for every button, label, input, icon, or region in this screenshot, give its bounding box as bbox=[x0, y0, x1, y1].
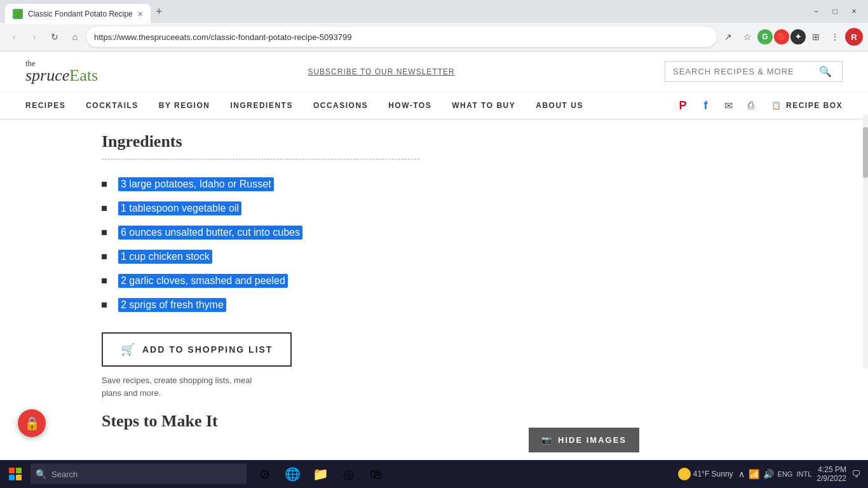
recipe-box-link[interactable]: 📋 RECIPE BOX bbox=[771, 101, 843, 110]
close-tab-button[interactable]: × bbox=[138, 9, 143, 19]
nav-link-by-region[interactable]: BY REGION bbox=[159, 101, 210, 110]
facebook-icon[interactable]: f bbox=[698, 98, 713, 113]
taskbar-notifications[interactable]: 🗨 bbox=[851, 469, 860, 479]
logo-spruce: spruce bbox=[25, 67, 69, 84]
recipe-box-label: RECIPE BOX bbox=[786, 101, 843, 110]
bullet-icon bbox=[102, 254, 107, 259]
taskbar-app-search[interactable]: ⊙ bbox=[252, 461, 277, 487]
taskbar-clock-area[interactable]: 4:25 PM 2/9/2022 bbox=[817, 465, 846, 483]
taskbar-network-icon[interactable]: 📶 bbox=[749, 469, 759, 479]
nav-link-about-us[interactable]: ABOUT US bbox=[536, 101, 583, 110]
newsletter-link[interactable]: SUBSCRIBE TO OUR NEWSLETTER bbox=[308, 67, 454, 76]
lock-button[interactable]: 🔒 bbox=[18, 409, 46, 437]
browser-chrome: 🌿 Classic Fondant Potato Recipe × + − □ … bbox=[0, 0, 868, 51]
social-icons: P f ✉ ⎙ 📋 RECIPE BOX bbox=[675, 98, 843, 113]
home-button[interactable]: ⌂ bbox=[66, 28, 84, 46]
nav-link-how-tos[interactable]: HOW-TOS bbox=[388, 101, 431, 110]
nav-links: RECIPES COCKTAILS BY REGION INGREDIENTS … bbox=[25, 92, 675, 119]
cart-icon: 🛒 bbox=[121, 342, 136, 356]
toolbar-icons: ↗ ☆ G 🔴 ✦ ⊞ ⋮ R bbox=[719, 28, 863, 46]
ingredients-title: Ingredients bbox=[102, 132, 546, 151]
forward-button[interactable]: › bbox=[25, 28, 43, 46]
taskbar-show-hidden[interactable]: ∧ bbox=[738, 469, 745, 479]
scrollbar-track[interactable] bbox=[863, 114, 868, 369]
active-tab[interactable]: 🌿 Classic Fondant Potato Recipe × bbox=[5, 4, 151, 24]
taskbar-clock: 4:25 PM bbox=[818, 465, 846, 474]
nav-link-recipes[interactable]: RECIPES bbox=[25, 101, 65, 110]
taskbar-layout[interactable]: INTL bbox=[796, 470, 811, 478]
nav-link-cocktails[interactable]: COCKTAILS bbox=[86, 101, 139, 110]
extension-2[interactable]: 🔴 bbox=[774, 29, 789, 44]
site-logo[interactable]: the spruce Eats bbox=[25, 59, 98, 84]
scrollbar-thumb[interactable] bbox=[863, 127, 868, 178]
hide-images-button[interactable]: 📷 HIDE IMAGES bbox=[529, 428, 639, 452]
email-icon[interactable]: ✉ bbox=[721, 98, 736, 113]
nav-link-ingredients[interactable]: INGREDIENTS bbox=[230, 101, 293, 110]
bullet-icon bbox=[102, 278, 107, 283]
extension-3[interactable]: ✦ bbox=[790, 29, 806, 44]
ingredient-text: 2 garlic cloves, smashed and peeled bbox=[118, 274, 288, 288]
refresh-button[interactable]: ↻ bbox=[46, 28, 64, 46]
taskbar-apps: ⊙ 🌐 📁 ◎ 🛍 bbox=[252, 461, 389, 487]
search-input[interactable] bbox=[673, 67, 819, 76]
ingredient-text: 2 sprigs of fresh thyme bbox=[118, 298, 226, 312]
profile-avatar[interactable]: R bbox=[845, 28, 863, 46]
hide-images-label: HIDE IMAGES bbox=[558, 435, 627, 445]
weather-icon bbox=[678, 468, 691, 480]
back-button[interactable]: ‹ bbox=[5, 28, 23, 46]
bookmark-button[interactable]: ☆ bbox=[738, 28, 756, 46]
search-box[interactable]: 🔍 bbox=[665, 61, 843, 82]
minimize-button[interactable]: − bbox=[807, 3, 825, 20]
ingredient-text: 1 cup chicken stock bbox=[118, 250, 212, 264]
ingredient-list: 3 large potatoes, Idaho or Russet 1 tabl… bbox=[102, 172, 546, 317]
list-item: 6 ounces unsalted butter, cut into cubes bbox=[102, 220, 546, 245]
taskbar-lang[interactable]: ENG bbox=[778, 470, 793, 478]
add-to-shopping-list-button[interactable]: 🛒 ADD TO SHOPPING LIST bbox=[102, 332, 292, 367]
taskbar-right: 41°F Sunny ∧ 📶 🔊 ENG INTL 4:25 PM 2/9/20… bbox=[678, 465, 865, 483]
menu-button[interactable]: ⋮ bbox=[826, 28, 844, 46]
close-button[interactable]: × bbox=[845, 3, 863, 20]
nav-link-what-to-buy[interactable]: WHAT TO BUY bbox=[452, 101, 515, 110]
extension-1[interactable]: G bbox=[757, 29, 773, 44]
tab-bar: 🌿 Classic Fondant Potato Recipe × + − □ … bbox=[0, 0, 868, 23]
add-to-list-label: ADD TO SHOPPING LIST bbox=[142, 344, 273, 355]
search-button[interactable]: 🔍 bbox=[819, 65, 832, 78]
taskbar-search-text: Search bbox=[51, 470, 78, 479]
print-icon[interactable]: ⎙ bbox=[743, 98, 759, 113]
ingredients-section: Ingredients 3 large potatoes, Idaho or R… bbox=[102, 132, 546, 431]
list-item: 1 tablespoon vegetable oil bbox=[102, 196, 546, 220]
taskbar-search-icon: 🔍 bbox=[36, 469, 46, 479]
ingredient-text: 3 large potatoes, Idaho or Russet bbox=[118, 177, 274, 191]
maximize-button[interactable]: □ bbox=[826, 3, 844, 20]
weather-text: 41°F Sunny bbox=[693, 470, 733, 478]
bullet-icon bbox=[102, 230, 107, 235]
windows-icon bbox=[9, 468, 22, 480]
tab-favicon: 🌿 bbox=[13, 9, 23, 19]
nav-link-occasions[interactable]: OCCASIONS bbox=[313, 101, 368, 110]
bullet-icon bbox=[102, 182, 107, 187]
taskbar-app-files[interactable]: 📁 bbox=[308, 461, 333, 487]
pinterest-icon[interactable]: P bbox=[675, 98, 690, 113]
bullet-icon bbox=[102, 302, 107, 308]
new-tab-button[interactable]: + bbox=[153, 3, 165, 21]
ingredient-text: 6 ounces unsalted butter, cut into cubes bbox=[118, 226, 302, 240]
address-bar[interactable]: https://www.thespruceeats.com/classic-fo… bbox=[86, 27, 717, 47]
site-top: the spruce Eats SUBSCRIBE TO OUR NEWSLET… bbox=[0, 51, 868, 92]
steps-title: Steps to Make It bbox=[102, 412, 546, 431]
tab-title: Classic Fondant Potato Recipe bbox=[28, 10, 133, 18]
taskbar-weather[interactable]: 41°F Sunny bbox=[678, 468, 733, 480]
taskbar-search[interactable]: 🔍 Search bbox=[31, 464, 247, 484]
taskbar-app-chrome[interactable]: 🌐 bbox=[280, 461, 305, 487]
start-button[interactable] bbox=[3, 461, 28, 487]
taskbar: 🔍 Search ⊙ 🌐 📁 ◎ 🛍 41°F Sunny ∧ 📶 🔊 ENG … bbox=[0, 460, 868, 488]
taskbar-app-store[interactable]: 🛍 bbox=[363, 461, 389, 487]
taskbar-volume-icon[interactable]: 🔊 bbox=[763, 469, 774, 479]
list-item: 3 large potatoes, Idaho or Russet bbox=[102, 172, 546, 196]
extensions-button[interactable]: ⊞ bbox=[807, 28, 825, 46]
share-button[interactable]: ↗ bbox=[719, 28, 737, 46]
address-bar-row: ‹ › ↻ ⌂ https://www.thespruceeats.com/cl… bbox=[0, 23, 868, 51]
taskbar-app-cortana[interactable]: ◎ bbox=[336, 461, 361, 487]
ingredient-text: 1 tablespoon vegetable oil bbox=[118, 201, 241, 215]
save-text: Save recipes, create shopping lists, mea… bbox=[102, 374, 267, 399]
list-item: 2 garlic cloves, smashed and peeled bbox=[102, 269, 546, 293]
